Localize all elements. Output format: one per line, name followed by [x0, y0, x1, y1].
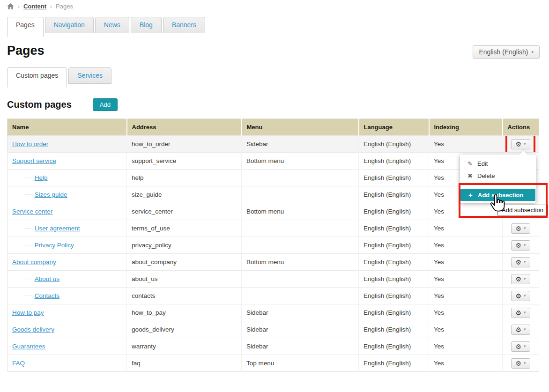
page-name-link[interactable]: Help [35, 174, 48, 181]
row-actions-button[interactable]: ⚙▾ [511, 257, 530, 267]
menu-item-delete[interactable]: ✖ Delete [460, 170, 536, 182]
tab-services[interactable]: Services [68, 67, 111, 84]
cell-actions: ⚙▾ [503, 237, 539, 254]
row-actions-button[interactable]: ⚙▾ [511, 341, 530, 352]
cell-actions: ⚙▾ [503, 304, 539, 321]
language-selector-label: English (English) [479, 48, 528, 56]
caret-down-icon: ▾ [524, 226, 526, 230]
cell-actions: ⚙▾ [503, 321, 539, 338]
page-name-link[interactable]: About us [35, 275, 59, 282]
page-name-link[interactable]: How to pay [12, 309, 44, 316]
gear-icon: ⚙ [515, 259, 521, 266]
cell-language: English (English) [359, 170, 429, 186]
cell-language: English (English) [359, 304, 429, 321]
menu-item-add-subsection[interactable]: + Add subsection [460, 189, 535, 201]
gear-icon: ⚙ [515, 326, 521, 333]
row-actions-button[interactable]: ⚙▾ [511, 240, 530, 251]
breadcrumb: › Content › Pages [7, 3, 73, 10]
cell-indexing: Yes [429, 220, 503, 237]
cell-indexing: Yes [429, 136, 503, 153]
row-actions-button[interactable]: ⚙▾ [511, 223, 530, 234]
breadcrumb-current: Pages [56, 3, 73, 10]
table-row: ····User agreementterms_of_useEnglish (E… [7, 220, 539, 237]
page-name-link[interactable]: How to order [12, 141, 48, 148]
page-name-link[interactable]: Privacy Policy [35, 242, 74, 249]
row-actions-button[interactable]: ⚙▾ [511, 358, 530, 369]
column-header-indexing[interactable]: Indexing [429, 119, 503, 136]
cell-address: contacts [127, 288, 242, 304]
page-name-link[interactable]: Goods delivery [12, 326, 54, 333]
column-header-name[interactable]: Name [7, 119, 127, 136]
gear-icon: ⚙ [515, 293, 521, 299]
tab-blog[interactable]: Blog [131, 17, 162, 33]
cell-address: how_to_order [127, 136, 242, 153]
page-name-link[interactable]: Sizes guide [35, 191, 67, 198]
cell-menu [242, 237, 359, 254]
menu-item-edit[interactable]: ✎ Edit [460, 157, 536, 170]
subsection-dashes-icon: ···· [24, 225, 31, 231]
gear-icon: ⚙ [515, 276, 521, 282]
cell-name: Support service [7, 153, 127, 170]
caret-down-icon: ▾ [524, 243, 526, 247]
tab-custom-pages[interactable]: Custom pages [7, 67, 67, 88]
page-name-link[interactable]: User agreement [35, 225, 80, 232]
plus-icon: + [467, 191, 474, 199]
page-name-link[interactable]: FAQ [12, 360, 25, 367]
home-icon[interactable] [7, 3, 14, 9]
cell-menu: Bottom menu [242, 153, 359, 170]
tab-pages[interactable]: Pages [7, 17, 44, 37]
caret-down-icon: ▾ [524, 142, 526, 146]
cell-menu: Sidebar [242, 338, 359, 355]
cell-name: ····Contacts [7, 288, 127, 304]
cell-menu [242, 220, 359, 237]
row-actions-button[interactable]: ⚙▾ [511, 139, 530, 149]
section-title: Custom pages [7, 99, 72, 110]
row-actions-button[interactable]: ⚙▾ [511, 325, 530, 335]
cell-address: support_service [127, 153, 242, 170]
main-tabbar: Pages Navigation News Blog Banners [7, 17, 205, 33]
cell-indexing: Yes [429, 254, 503, 271]
menu-item-label: Delete [477, 172, 495, 179]
tooltip: Add subsection [497, 205, 548, 215]
caret-down-icon: ▾ [524, 294, 526, 298]
cell-address: privacy_policy [127, 237, 242, 254]
table-row: Support servicesupport_serviceBottom men… [7, 153, 539, 170]
cell-actions: ⚙▾ [503, 271, 539, 288]
x-icon: ✖ [467, 172, 474, 179]
cell-language: English (English) [359, 338, 429, 355]
language-selector-button[interactable]: English (English) ▾ [473, 45, 540, 59]
page-name-link[interactable]: Support service [12, 157, 56, 164]
cell-address: goods_delivery [127, 321, 242, 338]
cell-language: English (English) [359, 136, 429, 153]
page-name-link[interactable]: Contacts [35, 292, 59, 299]
cell-address: about_company [127, 254, 242, 271]
tab-news[interactable]: News [95, 17, 129, 33]
row-actions-button[interactable]: ⚙▾ [511, 308, 530, 318]
cell-address: about_us [127, 271, 242, 288]
column-header-menu[interactable]: Menu [242, 119, 359, 136]
column-header-language[interactable]: Language [359, 119, 429, 136]
tab-banners[interactable]: Banners [163, 17, 205, 33]
row-actions-button[interactable]: ⚙▾ [511, 291, 530, 301]
row-actions-button[interactable]: ⚙▾ [511, 274, 530, 284]
table-row: Service centerservice_centerBottom menuE… [7, 203, 539, 220]
table-row: How to orderhow_to_orderSidebarEnglish (… [7, 136, 539, 153]
table-row: GuaranteeswarrantySidebarEnglish (Englis… [7, 338, 539, 355]
caret-down-icon: ▾ [524, 311, 526, 315]
cell-indexing: Yes [429, 355, 503, 372]
column-header-address[interactable]: Address [127, 119, 242, 136]
table-row: ····Privacy Policyprivacy_policyEnglish … [7, 237, 539, 254]
page-name-link[interactable]: Guarantees [12, 343, 45, 350]
breadcrumb-link-content[interactable]: Content [23, 3, 46, 10]
page-name-link[interactable]: About company [12, 259, 56, 266]
subsection-dashes-icon: ···· [24, 242, 31, 248]
page-name-link[interactable]: Service center [12, 208, 52, 215]
cell-name: ····Sizes guide [7, 186, 127, 203]
cell-language: English (English) [359, 186, 429, 203]
add-page-button[interactable]: Add [93, 98, 118, 111]
cell-language: English (English) [359, 153, 429, 170]
tab-navigation[interactable]: Navigation [45, 17, 94, 33]
menu-item-label: Edit [477, 160, 488, 167]
cell-indexing: Yes [429, 288, 503, 304]
table-body: How to orderhow_to_orderSidebarEnglish (… [7, 136, 539, 372]
